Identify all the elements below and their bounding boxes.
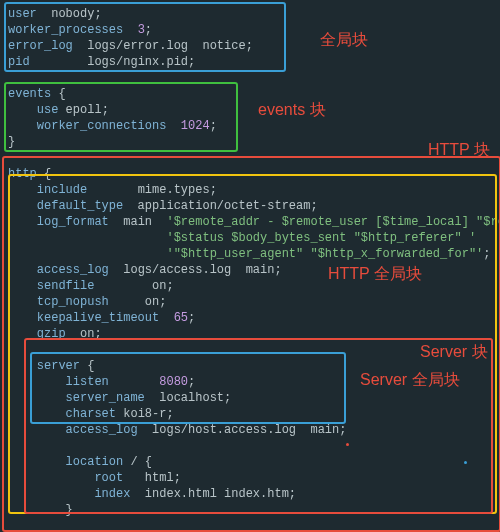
label-events: events 块 xyxy=(258,100,326,121)
label-server-global: Server 全局块 xyxy=(360,370,460,391)
label-server: Server 块 xyxy=(420,342,488,363)
code-block: user nobody; worker_processes 3; error_l… xyxy=(8,6,500,532)
label-http: HTTP 块 xyxy=(428,140,490,161)
label-global: 全局块 xyxy=(320,30,368,51)
label-http-global: HTTP 全局块 xyxy=(328,264,422,285)
decor-dot-blue xyxy=(464,461,467,464)
decor-dot-red xyxy=(346,443,349,446)
nginx-config-code: user nobody; worker_processes 3; error_l… xyxy=(8,6,500,532)
